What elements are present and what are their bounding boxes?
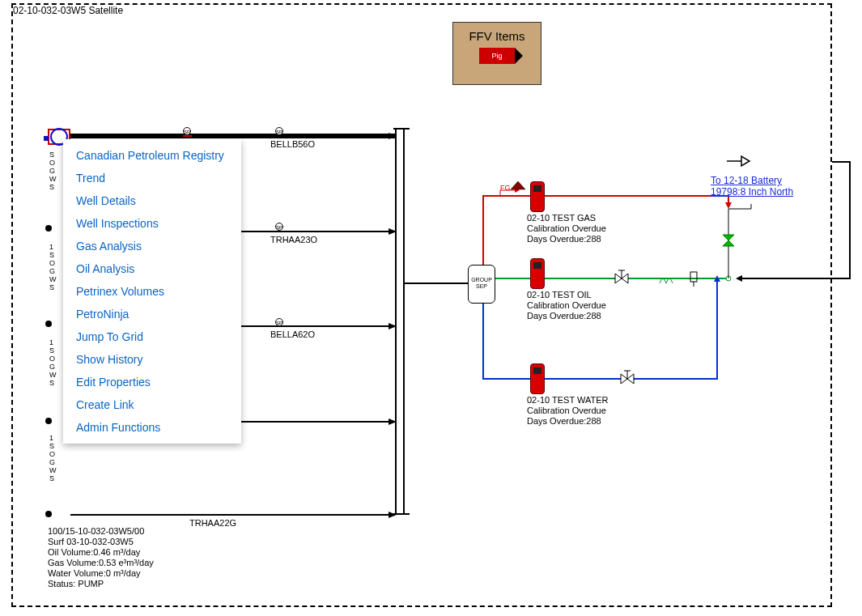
left-tag-1: 1 S O G W S [49, 243, 57, 291]
battery-link[interactable]: To 12-18 Battery 19798:8 Inch North [711, 175, 793, 198]
meter-label-trhaa23o: TRHAA23O [270, 235, 317, 244]
label: Calibration Overdue [527, 300, 606, 311]
well-surf: Surf 03-10-032-03W5 [48, 537, 154, 547]
label: Days Overdue:288 [527, 311, 606, 321]
link-line: To 12-18 Battery [711, 175, 793, 186]
menu-item-petroninja[interactable]: PetroNinja [63, 303, 241, 325]
well-oil-vol: Oil Volume:0.46 m³/day [48, 547, 154, 558]
label: 02-10 TEST GAS [527, 213, 606, 223]
device-water[interactable] [530, 363, 545, 394]
sp-badge: SP [275, 223, 283, 231]
sp-badge: SP [275, 318, 283, 326]
ffv-items-box[interactable]: FFV Items Pig [452, 22, 541, 85]
left-tag-3: 1 S O G W S [49, 434, 57, 482]
link-line: 19798:8 Inch North [711, 186, 793, 198]
well-status: Status: PUMP [48, 579, 154, 589]
meter-label-trhaa22g: TRHAA22G [189, 518, 236, 528]
menu-item-well-details[interactable]: Well Details [63, 189, 241, 212]
frame-title: 02-10-032-03W5 Satellite [13, 5, 123, 16]
menu-item-jump-grid[interactable]: Jump To Grid [63, 325, 241, 348]
ffv-pig-badge: Pig [479, 48, 515, 64]
menu-item-admin[interactable]: Admin Functions [63, 416, 241, 439]
menu-item-trend[interactable]: Trend [63, 167, 241, 189]
label: Days Overdue:288 [527, 416, 608, 427]
menu-item-cpr[interactable]: Canadian Petroleum Registry [63, 144, 241, 167]
menu-item-gas-analysis[interactable]: Gas Analysis [63, 235, 241, 257]
sp-badge: SP [275, 127, 283, 135]
menu-item-create-link[interactable]: Create Link [63, 393, 241, 416]
sp-badge: SP [183, 127, 191, 135]
well-gas-vol: Gas Volume:0.53 e³m³/day [48, 558, 154, 568]
device-water-labels: 02-10 TEST WATER Calibration Overdue Day… [527, 395, 608, 427]
meter-label-bella62o: BELLA62O [270, 329, 315, 339]
well-water-vol: Water Volume:0 m³/day [48, 568, 154, 579]
device-gas[interactable] [530, 181, 545, 212]
left-tag-0: S O G W S [49, 151, 57, 191]
menu-item-show-history[interactable]: Show History [63, 348, 241, 371]
menu-item-well-insp[interactable]: Well Inspections [63, 212, 241, 235]
menu-item-edit-props[interactable]: Edit Properties [63, 371, 241, 393]
group-separator[interactable]: GROUP SEP [468, 265, 495, 304]
device-oil-labels: 02-10 TEST OIL Calibration Overdue Days … [527, 290, 606, 321]
label: Calibration Overdue [527, 406, 608, 416]
fg-branch-label: FG [500, 184, 511, 192]
device-gas-labels: 02-10 TEST GAS Calibration Overdue Days … [527, 213, 606, 244]
label: 02-10 TEST OIL [527, 290, 606, 300]
well-info-block: 100/15-10-032-03W5/00 Surf 03-10-032-03W… [48, 526, 154, 589]
flow-header [395, 128, 405, 515]
ffv-title: FFV Items [453, 29, 541, 43]
label: Days Overdue:288 [527, 234, 606, 244]
device-oil[interactable] [530, 258, 545, 289]
label: Calibration Overdue [527, 223, 606, 234]
menu-item-oil-analysis[interactable]: Oil Analysis [63, 257, 241, 280]
left-tag-2: 1 S O G W S [49, 338, 57, 387]
context-menu: Canadian Petroleum Registry Trend Well D… [63, 139, 241, 444]
menu-item-petrinex[interactable]: Petrinex Volumes [63, 280, 241, 303]
well-uwi: 100/15-10-032-03W5/00 [48, 526, 154, 537]
meter-label-bellb56o: BELLB56O [270, 139, 315, 149]
label: 02-10 TEST WATER [527, 395, 608, 406]
